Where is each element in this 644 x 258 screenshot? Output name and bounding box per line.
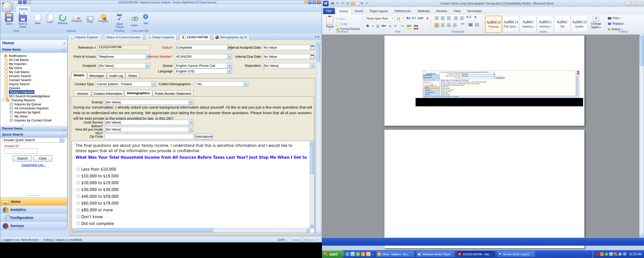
sidebar-item[interactable]: Contact Search (0, 78, 67, 82)
change-styles-button[interactable]: A Change Styles▼ (587, 16, 605, 29)
nav-button-home[interactable]: Home (0, 197, 67, 206)
info-button[interactable]: iInfo (141, 13, 151, 29)
clock[interactable]: 11:22 AM (629, 252, 641, 256)
tab-service[interactable]: Service (74, 90, 91, 97)
sidebar-item[interactable]: Today's Inquiries (0, 90, 67, 94)
collapse-sidebar-icon[interactable]: « (63, 42, 65, 45)
radio-icon[interactable] (76, 188, 80, 191)
nav-button-surveys[interactable]: Surveys (0, 221, 67, 230)
shrink-font-icon[interactable]: A˅ (412, 16, 416, 20)
scroll-left-icon[interactable]: ◄ (72, 228, 76, 232)
restore-button[interactable]: ▢ (631, 2, 637, 6)
sidebar-report-item[interactable]: Inquires by Queue (0, 102, 67, 106)
tab-details[interactable]: Details (71, 72, 87, 78)
chevron-down-icon[interactable]: ▼ (189, 100, 193, 105)
word-document-area[interactable]: Customize List... Recent Items Quick Sea… (322, 35, 644, 238)
zip-code-input[interactable] (104, 134, 193, 139)
taskbar-button-rightnow[interactable]: O121023-000788 - Nat... (457, 251, 495, 257)
font-color-button[interactable]: A▾ (414, 23, 418, 29)
radio-icon[interactable] (76, 208, 80, 212)
spell-check-button[interactable]: ABCSpell Check (112, 13, 127, 29)
income-option[interactable]: $60,000 to $79,000 (76, 200, 307, 207)
align-center-button[interactable] (440, 23, 445, 27)
superscript-button[interactable]: x² (393, 23, 398, 28)
clear-button[interactable]: Clear (33, 155, 52, 162)
ribbon-tab[interactable]: File (323, 8, 335, 14)
radio-icon[interactable] (76, 174, 80, 178)
sidebar-item[interactable]: My Inbox (0, 66, 67, 70)
chevron-down-icon[interactable]: ▼ (151, 82, 156, 86)
language-select[interactable]: English (US)▼ (175, 69, 232, 74)
pilcrow-button[interactable]: ¶ (473, 15, 478, 20)
service-number-select[interactable]: 4CANCER▼ (175, 54, 232, 59)
align-right-button[interactable] (446, 23, 451, 27)
minimize-button[interactable]: — (625, 2, 630, 6)
browser-icon[interactable] (361, 252, 365, 256)
exempt-select[interactable]: [No Value]▼ (104, 100, 193, 105)
collapse-folder-icon[interactable]: − (2, 99, 4, 102)
income-option[interactable]: $30,000 to $39,000 (76, 186, 307, 193)
style-chip[interactable]: AaBbCcISubtitle (571, 16, 588, 32)
income-vertical-scrollbar[interactable]: ▲ ▼ (310, 141, 314, 229)
nav-button-analytics[interactable]: Analytics (0, 205, 67, 214)
scroll-down-icon[interactable]: ▼ (316, 232, 320, 236)
tab-todays-inquiries[interactable]: Today's Inquiries (146, 34, 177, 40)
sidebar-report-item[interactable]: My Inbox (0, 114, 67, 118)
clear-formatting-icon[interactable]: 🧹︎ (425, 16, 430, 20)
line-spacing-button[interactable]: ↕≡▾ (460, 22, 465, 27)
tray-volume-icon[interactable] (623, 252, 626, 256)
scroll-up-icon[interactable]: ▲ (310, 142, 314, 145)
sidebar-item[interactable]: Queues (0, 86, 67, 90)
italic-button[interactable]: I (370, 23, 375, 28)
radio-icon[interactable] (76, 222, 80, 225)
radio-icon[interactable] (76, 168, 80, 171)
sidebar-item[interactable]: All Call Backs (0, 58, 67, 62)
change-case-icon[interactable]: Aa▾ (418, 16, 422, 20)
word-titlebar[interactable]: W 💾︎ ↶ ↷ ⎘ 🔍︎ ▼ Screen Shots Long Demogr… (322, 0, 644, 7)
zoom-out-icon[interactable]: − (287, 238, 291, 242)
grow-font-icon[interactable]: A˄ (406, 16, 411, 20)
bold-button[interactable]: B (365, 23, 370, 28)
open-icon[interactable] (351, 2, 355, 5)
tab-status-of-current-surveys[interactable]: Status of Current Surveys (99, 34, 143, 40)
ribbon-tab[interactable]: Review (433, 8, 450, 14)
income-option[interactable]: Don't know (76, 213, 307, 220)
chevron-down-icon[interactable]: ▼ (310, 63, 314, 68)
chevron-down-icon[interactable]: ▼ (227, 69, 232, 74)
sidebar-item[interactable]: Answer Search (0, 74, 67, 78)
scroll-down-icon[interactable]: ▼ (310, 224, 314, 228)
internet-explorer-icon[interactable] (345, 252, 349, 256)
increase-indent-button[interactable] (459, 16, 464, 20)
sidebar-folder-training-reports[interactable]: − Training Reports (0, 98, 67, 102)
maximize-button[interactable]: ▢ (312, 1, 316, 4)
scrollbar-thumb[interactable] (77, 229, 213, 232)
document-page-next[interactable] (384, 130, 585, 248)
chevron-down-icon[interactable]: ▼ (189, 127, 193, 132)
propose-button[interactable]: Propose (96, 13, 110, 29)
taskbar-button-wmp[interactable]: ▶Windows Media Player (416, 251, 455, 257)
copy-button[interactable]: Copy (337, 21, 347, 26)
ribbon-tab[interactable]: Page Layout (366, 8, 391, 14)
sidebar-report-item[interactable]: All Unresolved Inquiries (0, 106, 67, 110)
quick-launch-overflow-icon[interactable]: » (372, 253, 373, 256)
subscript-button[interactable]: x₂ (388, 23, 393, 28)
ribbon-tab[interactable]: Developer (464, 8, 485, 14)
form-vertical-scrollbar[interactable]: ▲ ▼ (316, 42, 321, 236)
font-size-select[interactable]: 12▼ (395, 16, 405, 21)
income-option[interactable]: $40,000 to $59,000 (76, 193, 307, 200)
ribbon-tab[interactable]: References (391, 8, 414, 14)
calendar-icon[interactable] (310, 54, 314, 59)
highlight-button[interactable]: ab▾ (407, 23, 411, 29)
ribbon-tab[interactable]: Insert (352, 8, 367, 14)
save-icon[interactable] (18, 1, 22, 4)
show-desktop-icon[interactable] (350, 252, 355, 256)
tray-oracle-icon[interactable] (596, 252, 599, 256)
radio-icon[interactable] (76, 202, 80, 205)
underline-button[interactable]: U (375, 23, 380, 28)
new-document-icon[interactable] (356, 2, 359, 6)
justify-button[interactable] (452, 23, 457, 27)
refresh-button[interactable]: Refresh (56, 13, 69, 29)
quick-search-type-select[interactable]: Answer Quick Search▼ (2, 137, 64, 143)
tray-display-icon[interactable] (609, 252, 613, 256)
scroll-down-icon[interactable]: ▼ (639, 234, 644, 238)
